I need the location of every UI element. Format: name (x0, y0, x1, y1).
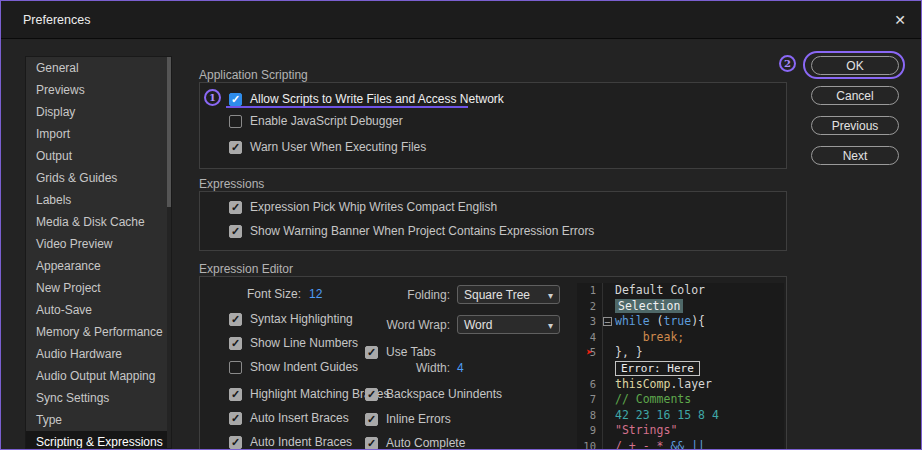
sidebar-item-type[interactable]: Type (26, 409, 171, 431)
sidebar-scrollbar[interactable] (167, 57, 171, 448)
sidebar-item-import[interactable]: Import (26, 123, 171, 145)
chevron-down-icon (548, 288, 553, 302)
code-line: 10 / + - * && || (577, 439, 784, 450)
backspace-unindents-checkbox[interactable] (365, 388, 378, 401)
pick-whip-checkbox[interactable] (229, 201, 242, 214)
use-tabs-checkbox[interactable] (365, 346, 378, 359)
word-wrap-value: Word (464, 318, 492, 332)
auto-complete-row[interactable]: Auto Complete (365, 436, 465, 450)
auto-complete-checkbox[interactable] (365, 437, 378, 450)
use-tabs-row[interactable]: Use Tabs (365, 345, 436, 359)
code-text: true (663, 314, 691, 328)
warning-banner-row[interactable]: Show Warning Banner When Project Contain… (229, 224, 594, 238)
fold-marker-icon[interactable] (603, 317, 612, 326)
next-button[interactable]: Next (811, 146, 899, 165)
sidebar-item-media-disk-cache[interactable]: Media & Disk Cache (26, 211, 171, 233)
sidebar-item-new-project[interactable]: New Project (26, 277, 171, 299)
code-line: 3 while (true){ (577, 314, 784, 330)
code-text: // Comments (615, 392, 691, 406)
code-text: }, } (615, 345, 643, 359)
close-icon[interactable]: ✕ (894, 13, 906, 27)
application-scripting-group: Allow Scripts to Write Files and Access … (199, 82, 787, 169)
sidebar-item-audio-hardware[interactable]: Audio Hardware (26, 343, 171, 365)
auto-insert-braces-row[interactable]: Auto Insert Braces (229, 411, 349, 425)
editor-theme-preview: 1 Default Color 2 Selection 3 while (tru… (577, 283, 784, 450)
warn-user-row[interactable]: Warn User When Executing Files (229, 140, 426, 154)
cancel-button[interactable]: Cancel (811, 86, 899, 105)
show-indent-guides-row[interactable]: Show Indent Guides (229, 360, 358, 374)
tab-width-value[interactable]: 4 (457, 361, 464, 375)
show-line-numbers-row[interactable]: Show Line Numbers (229, 336, 358, 350)
syntax-highlighting-checkbox[interactable] (229, 313, 242, 326)
allow-scripts-checkbox[interactable] (229, 93, 242, 106)
annotation-step-2: 2 (779, 55, 796, 72)
auto-indent-braces-row[interactable]: Auto Indent Braces (229, 435, 352, 449)
section-title-application-scripting: Application Scripting (199, 68, 308, 82)
line-number: 4 (577, 330, 602, 346)
code-text: / + - * (615, 439, 670, 450)
title-bar: Preferences ✕ (1, 1, 921, 39)
sidebar-item-audio-output-mapping[interactable]: Audio Output Mapping (26, 365, 171, 387)
code-line: 7 // Comments (577, 392, 784, 408)
code-text: "Strings" (615, 423, 677, 437)
inline-errors-checkbox[interactable] (365, 413, 378, 426)
previous-button[interactable]: Previous (811, 116, 899, 135)
code-text: ){ (691, 314, 705, 328)
auto-indent-braces-checkbox[interactable] (229, 436, 242, 449)
code-line: 8 42 23 16 15 8 4 (577, 408, 784, 424)
tab-width-label: Width: (365, 361, 450, 375)
category-sidebar: General Previews Display Import Output G… (25, 56, 172, 449)
line-number: 9 (577, 423, 602, 439)
show-line-numbers-checkbox[interactable] (229, 337, 242, 350)
sidebar-item-output[interactable]: Output (26, 145, 171, 167)
show-indent-guides-checkbox[interactable] (229, 361, 242, 374)
allow-scripts-label: Allow Scripts to Write Files and Access … (250, 92, 504, 106)
backspace-unindents-row[interactable]: Backspace Unindents (365, 387, 502, 401)
pick-whip-label: Expression Pick Whip Writes Compact Engl… (250, 200, 497, 214)
show-line-numbers-label: Show Line Numbers (250, 336, 358, 350)
sidebar-scrollbar-thumb[interactable] (167, 57, 171, 207)
sidebar-item-scripting-expressions[interactable]: Scripting & Expressions (26, 431, 171, 449)
sidebar-item-general[interactable]: General (26, 57, 171, 79)
sidebar-item-video-preview[interactable]: Video Preview (26, 233, 171, 255)
use-tabs-label: Use Tabs (386, 345, 436, 359)
line-number: 6 (577, 377, 602, 393)
sidebar-item-sync-settings[interactable]: Sync Settings (26, 387, 171, 409)
chevron-down-icon (548, 318, 553, 332)
js-debugger-row[interactable]: Enable JavaScript Debugger (229, 114, 403, 128)
sidebar-item-labels[interactable]: Labels (26, 189, 171, 211)
sidebar-item-auto-save[interactable]: Auto-Save (26, 299, 171, 321)
pick-whip-row[interactable]: Expression Pick Whip Writes Compact Engl… (229, 200, 497, 214)
line-number: 8 (577, 408, 602, 424)
sidebar-item-previews[interactable]: Previews (26, 79, 171, 101)
warn-user-checkbox[interactable] (229, 141, 242, 154)
word-wrap-label: Word Wrap: (365, 318, 450, 332)
js-debugger-checkbox[interactable] (229, 115, 242, 128)
code-line: 9 "Strings" (577, 423, 784, 439)
preferences-dialog: Preferences ✕ General Previews Display I… (0, 0, 922, 450)
sidebar-item-display[interactable]: Display (26, 101, 171, 123)
section-title-expressions: Expressions (199, 177, 264, 191)
annotation-underline (226, 106, 468, 108)
annotation-step-1: 1 (204, 89, 221, 106)
expression-editor-group: Font Size: 12 Syntax Highlighting Show L… (199, 276, 787, 450)
folding-dropdown[interactable]: Square Tree (457, 285, 560, 304)
sidebar-item-grids-guides[interactable]: Grids & Guides (26, 167, 171, 189)
inline-errors-row[interactable]: Inline Errors (365, 412, 451, 426)
allow-scripts-row[interactable]: Allow Scripts to Write Files and Access … (229, 92, 504, 106)
highlight-matching-braces-checkbox[interactable] (229, 388, 242, 401)
warning-banner-checkbox[interactable] (229, 225, 242, 238)
inline-error-box: Error: Here (615, 361, 700, 376)
show-indent-guides-label: Show Indent Guides (250, 360, 358, 374)
line-number: 3 (577, 314, 602, 330)
word-wrap-row: Word Wrap: Word (365, 315, 560, 334)
sidebar-item-appearance[interactable]: Appearance (26, 255, 171, 277)
sidebar-item-memory-performance[interactable]: Memory & Performance (26, 321, 171, 343)
dialog-title: Preferences (23, 13, 90, 27)
font-size-value[interactable]: 12 (309, 287, 322, 301)
syntax-highlighting-row[interactable]: Syntax Highlighting (229, 312, 353, 326)
auto-insert-braces-checkbox[interactable] (229, 412, 242, 425)
inline-errors-label: Inline Errors (386, 412, 451, 426)
word-wrap-dropdown[interactable]: Word (457, 315, 560, 334)
code-line: 2 Selection (577, 299, 784, 315)
